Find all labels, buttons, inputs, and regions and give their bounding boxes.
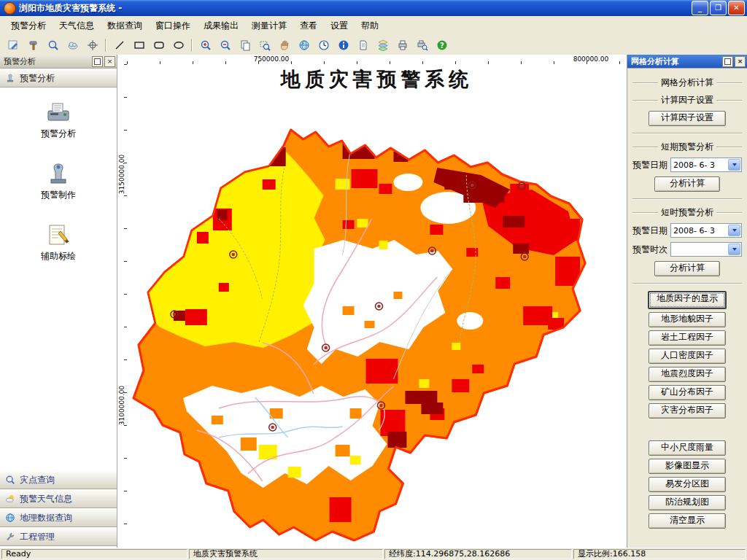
- ruler-corner: [117, 55, 128, 65]
- warning-time-combo[interactable]: [670, 242, 742, 257]
- layers-button[interactable]: [374, 36, 392, 54]
- accordion-label: 灾点查询: [20, 474, 55, 486]
- copy-icon: [239, 39, 251, 51]
- minimize-button[interactable]: _: [692, 1, 708, 15]
- factor-disaster-button[interactable]: 灾害分布因子: [649, 403, 726, 419]
- tools-button[interactable]: [24, 36, 42, 54]
- short-term-date-combo[interactable]: 2008- 6- 3: [670, 158, 742, 172]
- menu-view[interactable]: 查看: [293, 17, 324, 35]
- prevention-plan-button[interactable]: 防治规划图: [649, 495, 726, 510]
- ellipse-tool-button[interactable]: [169, 36, 187, 54]
- section-warning-analysis[interactable]: 预警分析: [0, 69, 117, 88]
- zoom-out-button[interactable]: [216, 36, 234, 54]
- chevron-down-icon[interactable]: [728, 225, 740, 236]
- short-term-analyze-button[interactable]: 分析计算: [654, 176, 720, 192]
- accordion-weather-info[interactable]: 预警天气信息: [0, 489, 117, 508]
- crosshair-icon: [87, 39, 98, 51]
- ruler-label: 3100000.00: [118, 382, 125, 429]
- notepad-pencil-icon: [45, 222, 71, 248]
- menu-data-query[interactable]: 数据查询: [101, 17, 149, 35]
- map-canvas[interactable]: 地质灾害预警系统: [127, 64, 627, 548]
- menu-settings[interactable]: 设置: [324, 17, 355, 35]
- menu-warning-analysis[interactable]: 预警分析: [4, 17, 53, 35]
- left-panel-titlebar: 预警分析 ×: [0, 55, 117, 69]
- chevron-down-icon[interactable]: [728, 159, 740, 171]
- maximize-button[interactable]: ❐: [710, 1, 727, 15]
- immediate-analyze-button[interactable]: 分析计算: [654, 261, 720, 276]
- accordion: 灾点查询 预警天气信息 地理数据查询 工程管理: [0, 470, 117, 546]
- clock-button[interactable]: [314, 36, 333, 54]
- divider: [632, 283, 742, 284]
- right-panel-close-icon[interactable]: ×: [735, 56, 746, 67]
- menu-window-ops[interactable]: 窗口操作: [149, 17, 197, 35]
- hammer-icon: [28, 39, 39, 51]
- factor-population-button[interactable]: 人口密度因子: [649, 349, 726, 364]
- factor-seismic-button[interactable]: 地震烈度因子: [649, 367, 726, 382]
- calc-factor-setup-button[interactable]: 计算因子设置: [649, 111, 726, 126]
- spacer: [632, 421, 742, 438]
- close-button[interactable]: ✕: [728, 1, 745, 15]
- tool-warning-production[interactable]: 预警制作: [41, 160, 76, 201]
- immediate-date-combo[interactable]: 2008- 6- 3: [670, 223, 742, 238]
- status-ready: Ready: [1, 549, 187, 559]
- tool-warning-analysis[interactable]: 预警分析: [41, 99, 76, 140]
- ruler-label: 3150000.00: [118, 151, 125, 198]
- edit-button[interactable]: [4, 36, 23, 54]
- tool-aux-plotting[interactable]: 辅助标绘: [41, 222, 76, 262]
- rect-tool-button[interactable]: [130, 36, 148, 54]
- accordion-project-mgmt[interactable]: 工程管理: [0, 527, 117, 546]
- globe-button[interactable]: [295, 36, 313, 54]
- risk-map[interactable]: 地质灾害预警系统: [127, 64, 627, 548]
- susceptibility-map-button[interactable]: 易发分区图: [649, 477, 726, 492]
- zoom-window-button[interactable]: [255, 36, 274, 54]
- print-button[interactable]: [393, 36, 411, 54]
- accordion-disaster-query[interactable]: 灾点查询: [0, 470, 117, 489]
- crosshair-button[interactable]: [83, 36, 101, 54]
- print-preview-icon: [417, 39, 428, 51]
- factor-mine-button[interactable]: 矿山分布因子: [649, 385, 726, 400]
- menu-measure-calc[interactable]: 测量计算: [245, 17, 293, 35]
- clear-display-button[interactable]: 清空显示: [649, 513, 726, 529]
- help-icon: ?: [436, 39, 448, 51]
- help-button[interactable]: ?: [433, 36, 451, 54]
- accordion-geo-data-query[interactable]: 地理数据查询: [0, 508, 117, 527]
- cloud-button[interactable]: [63, 36, 82, 54]
- factor-geotech-button[interactable]: 岩土工程因子: [649, 330, 726, 346]
- left-panel-close-icon[interactable]: ×: [104, 56, 115, 67]
- factor-terrain-button[interactable]: 地形地貌因子: [649, 312, 726, 327]
- app-icon: [4, 2, 16, 15]
- pin-icon[interactable]: [722, 56, 733, 67]
- map-title: 地质灾害预警系统: [280, 68, 473, 90]
- copy-button[interactable]: [236, 36, 254, 54]
- zoom-in-icon: [200, 39, 212, 51]
- zoom-in-button[interactable]: [196, 36, 214, 54]
- window-title: 浏阳市地质灾害预警系统 -: [19, 2, 690, 15]
- toolbar-separator: [191, 39, 193, 52]
- mesoscale-rain-button[interactable]: 中小尺度雨量: [649, 440, 726, 456]
- right-panel-titlebar: 网格分析计算 ×: [627, 55, 747, 69]
- print-preview-button[interactable]: [413, 36, 431, 54]
- menu-help[interactable]: 帮助: [355, 17, 385, 35]
- pan-button[interactable]: [275, 36, 293, 54]
- flash-zoom-button[interactable]: [44, 36, 62, 54]
- chevron-down-icon[interactable]: [728, 244, 740, 255]
- tool-label: 辅助标绘: [41, 250, 76, 262]
- info-button[interactable]: [334, 36, 352, 54]
- toolbar: ?: [0, 35, 747, 55]
- right-panel-title: 网格分析计算: [631, 56, 679, 67]
- factor-geology-display-button[interactable]: 地质因子的显示: [648, 291, 727, 309]
- status-coordinates: 经纬度:114.296875,28.162686: [384, 549, 572, 559]
- short-term-label: 短期预警分析: [632, 141, 742, 153]
- imagery-display-button[interactable]: 影像图显示: [649, 459, 726, 474]
- line-tool-button[interactable]: [110, 36, 128, 54]
- section-label: 预警分析: [20, 72, 55, 85]
- menu-weather-info[interactable]: 天气信息: [53, 17, 101, 35]
- pin-icon[interactable]: [92, 56, 103, 67]
- globe-icon: [5, 513, 15, 523]
- roundrect-tool-button[interactable]: [150, 36, 168, 54]
- menu-result-output[interactable]: 成果输出: [197, 17, 245, 35]
- weather-icon: [5, 494, 15, 504]
- ruler-left: 3150000.00 3100000.00: [117, 64, 128, 548]
- document-button[interactable]: [354, 36, 372, 54]
- search-icon: [5, 475, 15, 485]
